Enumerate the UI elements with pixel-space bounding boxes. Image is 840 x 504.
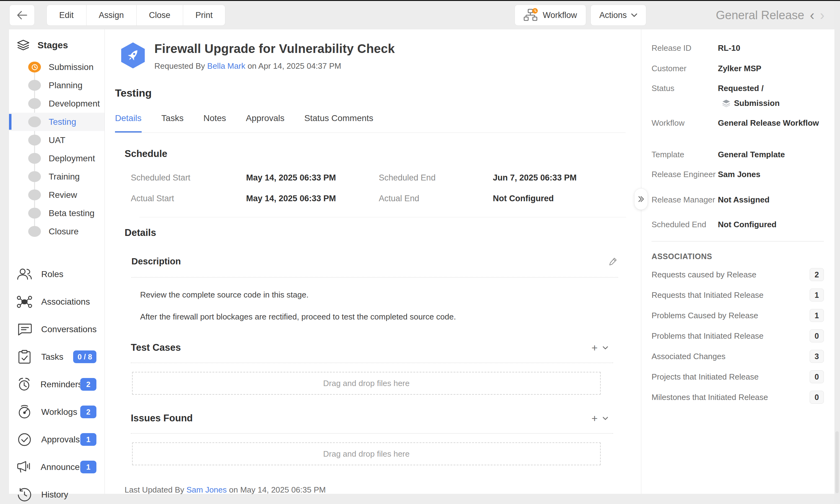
stage-item-development[interactable]: Development xyxy=(9,94,104,113)
collapse-test-cases-chevron-icon[interactable] xyxy=(603,346,608,349)
sidebar-item-label: Associations xyxy=(41,297,90,307)
tab-status-comments[interactable]: Status Comments xyxy=(304,113,374,132)
release-engineer-label: Release Engineer xyxy=(652,168,718,180)
association-row-requests-caused[interactable]: Requests caused by Release 2 xyxy=(652,265,824,285)
test-cases-dropzone[interactable]: Drag and drop files here xyxy=(132,372,601,395)
template-label: Template xyxy=(652,148,718,161)
association-row-requests-initiated[interactable]: Requests that Initiated Release 1 xyxy=(652,285,824,305)
print-button[interactable]: Print xyxy=(183,5,226,26)
collapse-issues-chevron-icon[interactable] xyxy=(603,417,608,420)
association-count-badge: 0 xyxy=(810,370,824,383)
sidebar-item-associations[interactable]: Associations xyxy=(9,288,104,316)
stages-header: Stages xyxy=(9,30,104,51)
workflow-button[interactable]: Workflow xyxy=(515,5,586,26)
association-label: Milestones that Initiated Release xyxy=(652,393,768,402)
record-navigator: General Release ‹ › xyxy=(716,1,824,30)
stage-label: UAT xyxy=(49,135,65,145)
stage-item-beta-testing[interactable]: Beta testing xyxy=(9,204,104,222)
actual-end-value: Not Configured xyxy=(493,194,641,203)
edit-button[interactable]: Edit xyxy=(47,5,86,26)
stage-dot xyxy=(28,116,41,127)
actual-start-value: May 14, 2025 06:33 PM xyxy=(246,194,379,203)
status-stage-value: Submission xyxy=(734,97,779,109)
add-issue-plus-icon[interactable]: + xyxy=(592,413,598,424)
association-count-badge: 3 xyxy=(810,350,824,363)
stage-dot xyxy=(28,208,41,219)
stage-item-closure[interactable]: Closure xyxy=(9,222,104,240)
associations-icon xyxy=(16,295,33,308)
sidebar-item-approvals[interactable]: Approvals 1 xyxy=(9,426,104,453)
requester-link[interactable]: Bella Mark xyxy=(207,61,245,71)
release-id-value: RL-10 xyxy=(718,42,740,54)
stage-item-planning[interactable]: Planning xyxy=(9,76,104,94)
sidebar-item-roles[interactable]: Roles xyxy=(9,260,104,288)
panel-scheduled-end-label: Scheduled End xyxy=(652,218,718,231)
association-row-projects-initiated[interactable]: Projects that Initiated Release 0 xyxy=(652,367,824,387)
worklogs-icon xyxy=(16,405,33,419)
actions-dropdown-button[interactable]: Actions xyxy=(590,5,647,26)
sidebar-item-tasks[interactable]: Tasks 0 / 8 xyxy=(9,343,104,371)
issues-found-heading: Issues Found xyxy=(131,413,193,424)
association-label: Projects that Initiated Release xyxy=(652,372,758,382)
release-manager-value: Not Assigned xyxy=(718,194,770,206)
association-row-problems-caused[interactable]: Problems Caused by Release 1 xyxy=(652,306,824,325)
release-header: Firewall Upgrade for Vulnerability Check… xyxy=(105,30,641,71)
close-button[interactable]: Close xyxy=(137,5,183,26)
last-updated-by-link[interactable]: Sam Jones xyxy=(186,485,227,494)
template-value: General Template xyxy=(718,148,785,161)
stage-item-submission[interactable]: Submission xyxy=(9,58,104,76)
tab-details[interactable]: Details xyxy=(115,113,142,132)
back-button[interactable] xyxy=(9,5,35,26)
record-action-buttons: Edit Assign Close Print xyxy=(47,5,225,26)
requested-by-label: Requested By xyxy=(154,61,205,71)
association-row-milestones-initiated[interactable]: Milestones that Initiated Release 0 xyxy=(652,387,824,407)
release-manager-label: Release Manager xyxy=(652,194,718,206)
last-updated-label: Last Updated By xyxy=(125,485,184,494)
customer-label: Customer xyxy=(652,62,718,75)
tab-tasks[interactable]: Tasks xyxy=(161,113,184,132)
scrollbar-track[interactable] xyxy=(835,1,840,504)
workflow-button-label: Workflow xyxy=(543,11,577,20)
stage-item-uat[interactable]: UAT xyxy=(9,131,104,149)
previous-record-chevron-icon[interactable]: ‹ xyxy=(810,8,815,22)
sidebar-item-worklogs[interactable]: Worklogs 2 xyxy=(9,398,104,426)
sidebar-item-conversations[interactable]: Conversations xyxy=(9,316,104,343)
stage-item-review[interactable]: Review xyxy=(9,186,104,204)
association-count-badge: 0 xyxy=(810,391,824,404)
tab-approvals[interactable]: Approvals xyxy=(246,113,285,132)
description-heading: Description xyxy=(132,256,181,267)
add-test-case-plus-icon[interactable]: + xyxy=(592,342,598,353)
sidebar-item-history[interactable]: History xyxy=(9,481,104,504)
dropzone-text: Drag and drop files here xyxy=(323,449,410,459)
stage-label: Beta testing xyxy=(49,208,95,218)
sidebar-item-label: Announcem... xyxy=(40,462,80,472)
panel-expander-button[interactable] xyxy=(634,188,648,210)
stage-dot xyxy=(28,135,41,145)
next-record-chevron-icon[interactable]: › xyxy=(820,8,824,22)
tab-notes[interactable]: Notes xyxy=(203,113,226,132)
sidebar-item-label: Reminders xyxy=(40,380,80,390)
scheduled-end-label: Scheduled End xyxy=(379,173,493,183)
dropzone-text: Drag and drop files here xyxy=(323,379,410,388)
assign-button[interactable]: Assign xyxy=(86,5,137,26)
stage-label: Closure xyxy=(49,227,79,236)
association-row-associated-changes[interactable]: Associated Changes 3 xyxy=(652,346,824,366)
dotted-divider xyxy=(131,362,613,363)
stage-item-deployment[interactable]: Deployment xyxy=(9,149,104,167)
sidebar-item-announcements[interactable]: Announcem... 1 xyxy=(9,453,104,481)
issues-found-dropzone[interactable]: Drag and drop files here xyxy=(132,443,601,465)
stage-label: Testing xyxy=(49,117,76,127)
right-panel: Release ID RL-10 Customer Zylker MSP Sta… xyxy=(641,30,835,494)
scrollbar-thumb[interactable] xyxy=(835,431,839,493)
record-type-title: General Release xyxy=(716,9,804,22)
details-heading: Details xyxy=(125,227,641,238)
scheduled-start-value: May 14, 2025 06:33 PM xyxy=(246,173,379,183)
stage-item-testing[interactable]: Testing xyxy=(9,113,104,131)
stage-label: Submission xyxy=(49,62,93,72)
association-row-problems-initiated[interactable]: Problems that Initiated Release 0 xyxy=(652,326,824,346)
actual-start-label: Actual Start xyxy=(131,194,246,203)
sidebar-item-reminders[interactable]: Reminders 2 xyxy=(9,371,104,398)
stage-item-training[interactable]: Training xyxy=(9,167,104,186)
edit-description-pencil-icon[interactable] xyxy=(609,257,617,266)
left-sidebar: Stages Submission Planning Development T… xyxy=(9,30,105,494)
